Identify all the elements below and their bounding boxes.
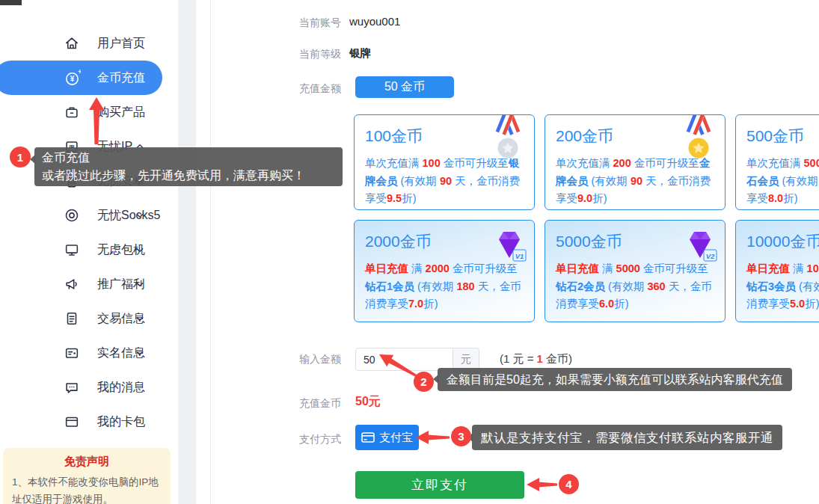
tooltip-text: 默认是支持支付宝，需要微信支付联系站内客服开通 [481,431,773,444]
sidebar-item-label: 无忧Socks5 [97,208,160,224]
sidebar-item-baoji[interactable]: 无虑包机 [0,233,178,267]
monitor-icon [63,241,81,259]
chevron-down-icon [135,279,145,289]
content-divider [210,0,211,504]
wallet-icon [63,413,81,431]
package-title: 500金币 [746,126,819,147]
package-card-p500[interactable]: 500金币单次充值满 500 金币可升级至钻石会员 (有效期 90 天，金币消费… [735,114,819,210]
sidebar-item-socks5[interactable]: 无忧Socks5 [0,198,178,233]
red-arrow-left-icon [527,476,557,494]
sidebar-item-realname[interactable]: 实名信息 [0,336,178,370]
chat-bubble-icon [63,378,81,396]
package-card-p200[interactable]: 200金币 单次充值满 200 金币可升级至金牌会员 (有效期 90 天，金币消… [545,114,726,210]
tooltip-tail [433,375,438,384]
sidebar-item-label: 金币充值 [97,70,145,86]
chevron-down-icon [135,313,145,324]
amount-chip-button[interactable]: 50 金币 [355,76,454,98]
tooltip-step-1: 金币充值 或者跳过此步骤，先开通免费试用，满意再购买！ [34,147,343,186]
home-icon [63,34,81,52]
tooltip-tail [30,155,35,164]
sidebar-item-messages[interactable]: 我的消息 [0,370,178,405]
medal-gold-icon [681,115,716,165]
current-level-label: 当前等级 [299,48,341,61]
diamond-v2-icon: V2 [683,228,717,265]
current-account-value: wuyou001 [349,15,400,28]
step-badge-1: 1 [10,147,31,168]
disclaimer-box: 免责声明 1、本软件不能改变你电脑的IP地址仅适用于游戏使用。 [3,448,171,504]
target-icon [63,206,81,224]
pay-now-button[interactable]: 立即支付 [355,471,524,499]
sidebar-item-trade[interactable]: 交易信息 [0,301,178,336]
sidebar-item-label: 我的卡包 [97,414,145,430]
coin-recharge-icon: ¥+ [63,69,81,87]
tooltip-step-3: 默认是支持支付宝，需要微信支付联系站内客服开通 [472,425,782,450]
rate-prefix: (1 元 = [500,352,537,365]
svg-text:+: + [78,70,81,76]
document-icon [63,310,81,328]
tooltip-step-2: 金额目前是50起充，如果需要小额充值可以联系站内客服代充值 [438,368,792,391]
recharge-coins-label: 充值金币 [299,397,341,411]
step-badge-2: 2 [414,372,434,392]
sidebar-gutter [178,0,196,504]
package-description: 单次充值满 500 金币可升级至钻石会员 (有效期 90 天，金币消费享受8.0… [746,155,819,208]
disclaimer-body: 1、本软件不能改变你电脑的IP地址仅适用于游戏使用。 [12,473,162,504]
rate-suffix: 金币) [543,352,572,365]
sidebar-item-home[interactable]: 用户首页 [0,26,178,61]
package-card-p5000[interactable]: 5000金币 V2单日充值 满 5000 金币可升级至钻石2会员 (有效期 36… [545,220,726,322]
recharge-amount-label: 充值金额 [299,82,341,96]
sidebar-menu: 用户首页¥+金币充值购买产品IP无忧IP无忧安卓无忧Socks5无虑包机推广福利… [0,26,178,439]
exchange-rate-note: (1 元 = 1 金币) [500,352,572,366]
chevron-down-icon [135,245,145,255]
package-description: 单日充值 满 2000 金币可升级至钻石1会员 (有效期 180 天，金币消费享… [365,260,524,313]
package-card-p100[interactable]: 100金币 单次充值满 100 金币可升级至银牌会员 (有效期 90 天，金币消… [354,114,535,210]
package-title: 10000金币 [746,231,819,252]
package-description: 单日充值 满 10000 金币可升级至钻石3会员 (有效期 360 天，金币消费… [746,260,819,313]
input-amount-label: 输入金额 [299,353,341,366]
window-corner-strip [0,0,22,5]
tooltip-line-1: 金币充值 [42,149,335,167]
sidebar-item-promo[interactable]: 推广福利 [0,267,178,301]
step-badge-4: 4 [559,474,579,494]
sidebar-item-label: 我的消息 [97,380,145,396]
svg-text:¥: ¥ [70,75,74,83]
svg-text:V2: V2 [706,252,715,260]
svg-text:V1: V1 [515,252,524,260]
red-arrow-left-icon [416,428,450,446]
bank-card-icon [361,432,375,443]
tooltip-line-2: 或者跳过此步骤，先开通免费试用，满意再购买！ [42,167,335,185]
disclaimer-title: 免责声明 [12,455,162,469]
alipay-button[interactable]: 支付宝 [355,425,419,450]
briefcase-icon [63,103,81,121]
package-card-grid: 100金币 单次充值满 100 金币可升级至银牌会员 (有效期 90 天，金币消… [354,114,819,322]
pay-method-label: 支付方式 [299,433,341,446]
tooltip-text: 金额目前是50起充，如果需要小额充值可以联系站内客服代充值 [447,373,783,386]
rate-red-number: 1 [537,352,543,365]
sidebar-item-recharge[interactable]: ¥+金币充值 [0,61,178,95]
chevron-down-icon [135,210,145,221]
alipay-button-label: 支付宝 [379,431,413,445]
chevron-down-icon [135,348,145,358]
id-card-icon [63,344,81,362]
package-card-p10000[interactable]: 10000金币 V3单日充值 满 10000 金币可升级至钻石3会员 (有效期 … [735,220,819,322]
recharge-coins-value: 50元 [355,394,381,410]
package-description: 单日充值 满 5000 金币可升级至钻石2会员 (有效期 360 天，金币消费享… [556,260,714,313]
megaphone-icon [63,275,81,293]
recharge-page: 用户首页¥+金币充值购买产品IP无忧IP无忧安卓无忧Socks5无虑包机推广福利… [0,0,819,504]
medal-silver-icon [491,115,525,165]
current-level-value: 银牌 [349,46,371,61]
red-arrow-up-icon [88,97,105,144]
step-badge-3: 3 [451,426,471,446]
diamond-v1-icon: V1 [492,228,527,265]
current-account-label: 当前账号 [299,16,341,30]
sidebar-item-label: 用户首页 [97,36,145,52]
package-card-p2000[interactable]: 2000金币 V1单日充值 满 2000 金币可升级至钻石1会员 (有效期 18… [354,220,535,322]
sidebar-item-cards[interactable]: 我的卡包 [0,405,178,439]
